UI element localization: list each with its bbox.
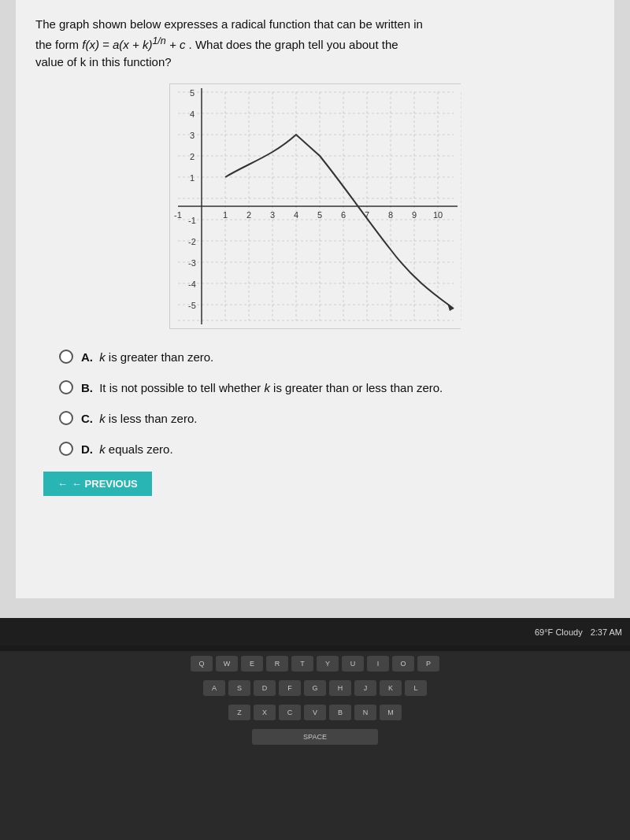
graph-container: 5 4 3 2 1 -1 -2 -3 -4 -5 -1 1 2 3 4 5 6 … [169, 83, 461, 329]
svg-text:-1: -1 [188, 216, 196, 225]
key-j[interactable]: J [354, 680, 376, 696]
svg-text:3: 3 [270, 210, 275, 220]
key-g[interactable]: G [304, 680, 326, 696]
previous-label: ← PREVIOUS [72, 478, 138, 490]
keyboard-row-4: SPACE [0, 724, 630, 745]
key-p[interactable]: P [417, 656, 439, 672]
option-a-text: A. k is greater than zero. [81, 349, 213, 365]
option-b-text: B. It is not possible to tell whether k … [81, 379, 443, 396]
key-t[interactable]: T [291, 656, 313, 672]
svg-text:-5: -5 [188, 301, 196, 310]
key-s[interactable]: S [228, 680, 250, 696]
key-m[interactable]: M [380, 705, 402, 720]
option-d[interactable]: D. k equals zero. [59, 441, 595, 457]
key-a[interactable]: A [203, 680, 225, 696]
question-text-part1: The graph shown below expresses a radica… [35, 17, 423, 31]
svg-text:10: 10 [433, 210, 443, 220]
keyboard-row-1: Q W E R T Y U I O P [0, 651, 630, 672]
option-c-text: C. k is less than zero. [81, 410, 197, 427]
svg-text:2: 2 [190, 152, 195, 161]
key-q[interactable]: Q [191, 656, 213, 672]
svg-text:-1: -1 [174, 210, 182, 220]
svg-text:3: 3 [190, 131, 195, 140]
key-b[interactable]: B [329, 705, 351, 720]
question-text-part4: . What does the graph tell you about the [189, 38, 398, 51]
graph-svg: 5 4 3 2 1 -1 -2 -3 -4 -5 -1 1 2 3 4 5 6 … [170, 84, 461, 328]
svg-text:1: 1 [223, 210, 228, 220]
svg-text:5: 5 [317, 210, 322, 220]
svg-text:-4: -4 [188, 279, 196, 289]
question-text-part2: the form [35, 38, 79, 51]
svg-text:-3: -3 [188, 258, 196, 268]
key-z[interactable]: Z [228, 705, 250, 720]
question-text: The graph shown below expresses a radica… [35, 16, 595, 72]
key-c[interactable]: C [279, 705, 301, 720]
option-b[interactable]: B. It is not possible to tell whether k … [59, 379, 595, 396]
key-d[interactable]: D [254, 680, 276, 696]
svg-text:9: 9 [412, 210, 417, 220]
svg-text:4: 4 [190, 109, 195, 119]
previous-arrow: ← [57, 478, 68, 490]
clock-display: 2:37 AM [591, 627, 622, 637]
option-d-text: D. k equals zero. [81, 441, 173, 457]
svg-text:1: 1 [190, 173, 195, 183]
svg-text:-2: -2 [188, 237, 196, 246]
key-x[interactable]: X [254, 705, 276, 720]
key-space[interactable]: SPACE [252, 729, 378, 745]
keyboard-row-3: Z X C V B N M [0, 700, 630, 720]
question-text-part5: value of k in this function? [35, 55, 172, 68]
key-i[interactable]: I [367, 656, 389, 672]
key-l[interactable]: L [405, 680, 427, 696]
weather-display: 69°F Cloudy [535, 627, 583, 637]
radio-c[interactable] [59, 411, 73, 425]
key-k[interactable]: K [380, 680, 402, 696]
key-v[interactable]: V [304, 705, 326, 720]
svg-text:6: 6 [341, 210, 346, 220]
svg-text:2: 2 [246, 210, 251, 220]
key-h[interactable]: H [329, 680, 351, 696]
answer-options: A. k is greater than zero. B. It is not … [35, 349, 595, 457]
radio-a[interactable] [59, 350, 73, 364]
taskbar: 69°F Cloudy 2:37 AM [0, 618, 630, 646]
key-u[interactable]: U [342, 656, 364, 672]
key-r[interactable]: R [266, 656, 288, 672]
radio-b[interactable] [59, 380, 73, 394]
option-c[interactable]: C. k is less than zero. [59, 410, 595, 427]
key-y[interactable]: Y [317, 656, 339, 672]
key-e[interactable]: E [241, 656, 263, 672]
key-n[interactable]: N [354, 705, 376, 720]
keyboard-row-2: A S D F G H J K L [0, 675, 630, 696]
svg-text:8: 8 [388, 210, 393, 220]
svg-text:4: 4 [294, 210, 298, 220]
option-a[interactable]: A. k is greater than zero. [59, 349, 595, 365]
formula: f(x) = a(x + k)1/n + c [82, 38, 188, 51]
key-w[interactable]: W [216, 656, 238, 672]
key-f[interactable]: F [279, 680, 301, 696]
keyboard: Q W E R T Y U I O P A S D F G H J K L Z … [0, 651, 630, 840]
radio-d[interactable] [59, 442, 73, 456]
key-o[interactable]: O [392, 656, 414, 672]
previous-button[interactable]: ← ← PREVIOUS [43, 472, 152, 496]
svg-text:5: 5 [190, 88, 195, 98]
